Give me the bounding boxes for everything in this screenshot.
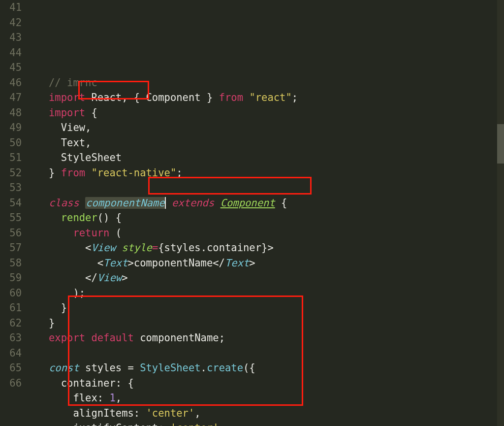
minimap[interactable] [497,0,504,426]
token-ind [31,135,61,151]
token-punct: } [201,90,219,105]
line-number: 44 [0,45,22,61]
token-ind [31,196,49,211]
token-default: Component [146,90,201,105]
line-number: 55 [0,210,22,226]
token-type: Text [225,256,249,271]
token-punct: } [49,316,55,331]
code-line[interactable]: StyleSheet [31,150,494,165]
token-ind [31,391,73,406]
token-keyword: export [49,330,85,346]
token-type: View [91,240,115,256]
line-number: 49 [0,120,22,135]
token-punct: () { [97,210,122,226]
line-number: 66 [0,376,22,391]
line-number: 59 [0,270,22,286]
code-line[interactable]: import React, { Component } from "react"… [31,90,494,105]
code-line[interactable]: ); [31,286,494,301]
line-number: 61 [0,300,22,316]
token-punct: = [122,360,140,376]
code-line[interactable]: </View> [31,270,494,286]
token-ind [31,150,61,165]
code-line[interactable]: Text, [31,135,494,151]
line-number-gutter: 4142434445464748495051525354555657585960… [0,0,31,426]
code-line[interactable]: alignItems: 'center', [31,406,494,421]
token-typeU: Component [220,196,275,211]
line-number: 54 [0,196,22,211]
token-punct: : [134,406,146,421]
token-ind [31,300,61,316]
code-line[interactable]: View, [31,120,494,135]
token-punct: , [116,391,122,406]
token-punct: > [249,256,255,271]
token-punct: { [85,105,97,121]
minimap-thumb[interactable] [497,124,504,164]
code-line[interactable]: class componentName extends Component { [31,196,494,211]
token-ind [31,360,49,376]
token-punct: </ [85,270,97,286]
code-line[interactable]: } [31,316,494,331]
token-default: container [207,240,261,256]
token-string: "react-native" [91,165,176,181]
code-line[interactable]: render() { [31,210,494,226]
token-punct: . [201,240,207,256]
token-ind [31,90,49,105]
line-number: 63 [0,330,22,346]
token-ind [31,256,97,271]
token-ind [31,165,49,181]
token-punct: > [127,256,133,271]
token-punct: , [122,90,134,105]
token-default: React [85,90,122,105]
token-keyword: import [49,105,85,121]
code-content[interactable]: // imrnc import React, { Component } fro… [31,0,494,426]
code-line[interactable]: const styles = StyleSheet.create({ [31,360,494,376]
token-type: Text [103,256,127,271]
token-export: StyleSheet [140,360,200,376]
token-default: StyleSheet [61,150,122,165]
code-line[interactable]: justifyContent: 'center' [31,421,494,426]
code-line[interactable]: export default componentName; [31,330,494,346]
line-number: 58 [0,256,22,271]
code-line[interactable]: container: { [31,376,494,391]
token-punct: > [267,240,273,256]
line-number: 43 [0,30,22,45]
token-string: 'center' [170,421,219,426]
code-line[interactable]: } [31,300,494,316]
token-default: Text [61,135,85,151]
token-number: 1 [109,391,115,406]
code-line[interactable]: <Text>componentName</Text> [31,256,494,271]
line-number: 45 [0,60,22,75]
token-punct: : [97,391,110,406]
code-line[interactable]: // imrnc [31,75,494,91]
token-keyword2: extends [172,196,214,211]
token-default: justifyContent [73,421,158,426]
token-punct: ; [219,330,225,346]
line-number: 65 [0,360,22,376]
token-keyword: from [219,90,243,105]
token-type: View [97,270,122,286]
token-ind [31,316,49,331]
code-line[interactable] [31,346,494,361]
code-line[interactable]: <View style={styles.container}> [31,240,494,256]
code-line[interactable]: flex: 1, [31,391,494,406]
token-default: componentName [140,330,219,346]
line-number: 60 [0,286,22,301]
selected-symbol[interactable]: componentName [85,196,165,211]
code-line[interactable] [31,180,494,196]
token-punct: } [261,240,267,256]
token-keyword: from [61,165,85,181]
token-default [243,90,249,105]
token-punct: </ [213,256,225,271]
token-const: const [49,360,79,376]
token-ind [31,286,73,301]
token-ind [31,120,61,135]
token-punct: ; [176,165,182,181]
code-editor[interactable]: 4142434445464748495051525354555657585960… [0,0,494,426]
token-keyword: return [73,226,109,241]
line-number: 56 [0,226,22,241]
code-line[interactable]: return ( [31,226,494,241]
code-line[interactable]: import { [31,105,494,121]
token-default [166,196,172,211]
code-line[interactable]: } from "react-native"; [31,165,494,181]
token-punct: { [275,196,287,211]
